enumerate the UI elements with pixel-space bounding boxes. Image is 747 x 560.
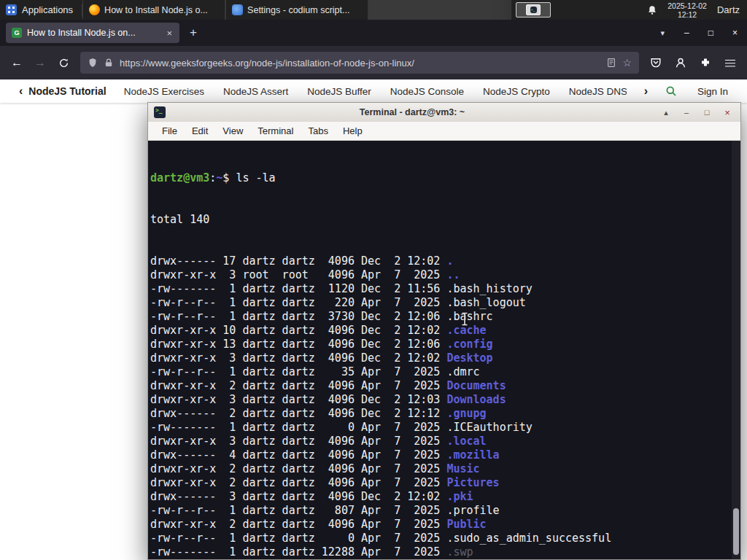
- list-all-tabs-icon[interactable]: ▾: [651, 28, 676, 38]
- file-name: Pictures: [446, 476, 499, 489]
- file-name: .profile: [446, 504, 499, 517]
- terminal-minimize-button[interactable]: –: [679, 108, 694, 117]
- terminal-menu-edit[interactable]: Edit: [185, 125, 215, 136]
- terminal-line: -rw-r--r-- 1 dartz dartz 0 Apr 7 2025 .s…: [150, 532, 740, 545]
- file-meta: drwxr-xr-x 10 dartz dartz 4096 Dec 2 12:…: [150, 324, 446, 337]
- site-nav-item-nodejs-buffer[interactable]: NodeJS Buffer: [307, 86, 371, 97]
- file-meta: -rw-r--r-- 1 dartz dartz 3730 Dec 2 12:0…: [150, 310, 446, 323]
- terminal-scrollbar-thumb[interactable]: [733, 508, 739, 555]
- site-nav-item-nodejs-assert[interactable]: NodeJS Assert: [223, 86, 288, 97]
- taskbar-item-label: Settings - codium script...: [247, 5, 349, 15]
- file-meta: -rw------- 1 dartz dartz 1120 Dec 2 11:5…: [150, 282, 446, 295]
- extensions-icon[interactable]: [694, 52, 716, 74]
- file-name: .pki: [446, 490, 473, 503]
- browser-close-button[interactable]: ×: [723, 28, 747, 38]
- site-nav-item-nodejs-dns[interactable]: NodeJS DNS: [569, 86, 627, 97]
- taskbar-item-terminal[interactable]: Terminal - dartz@vm3: ~: [368, 0, 511, 20]
- reload-button[interactable]: [53, 52, 74, 74]
- site-nav-primary[interactable]: ‹ NodeJS Tutorial: [19, 85, 107, 98]
- reader-view-icon[interactable]: [606, 58, 616, 68]
- terminal-maximize-button[interactable]: □: [700, 108, 714, 117]
- terminal-line: drwx------ 4 dartz dartz 4096 Apr 7 2025…: [150, 448, 740, 462]
- site-nav-items: NodeJS ExercisesNodeJS AssertNodeJS Buff…: [124, 86, 627, 97]
- file-name: .sudo_as_admin_successful: [446, 532, 611, 545]
- hamburger-icon: [725, 59, 735, 67]
- file-name: .bash_logout: [446, 296, 525, 309]
- sign-in-link[interactable]: Sign In: [697, 86, 728, 97]
- terminal-line: -rw------- 1 dartz dartz 0 Apr 7 2025 .I…: [150, 421, 740, 435]
- user-name[interactable]: Dartz: [717, 4, 740, 15]
- terminal-window: Terminal - dartz@vm3: ~ ▴ – □ × FileEdit…: [147, 102, 741, 560]
- terminal-shade-button[interactable]: ▴: [659, 108, 673, 117]
- back-button[interactable]: ←: [6, 52, 28, 74]
- tab-close-icon[interactable]: ×: [165, 28, 174, 39]
- site-search-icon[interactable]: [665, 85, 677, 97]
- terminal-menu-terminal[interactable]: Terminal: [250, 125, 301, 136]
- applications-label: Applications: [22, 4, 73, 15]
- account-icon[interactable]: [670, 52, 692, 74]
- site-nav-item-nodejs-exercises[interactable]: NodeJS Exercises: [124, 86, 204, 97]
- terminal-close-button[interactable]: ×: [720, 107, 735, 118]
- prompt-separator: :: [209, 171, 216, 184]
- file-name: Music: [446, 462, 479, 475]
- terminal-line: drwxr-xr-x 2 dartz dartz 4096 Apr 7 2025…: [150, 462, 740, 476]
- terminal-scrollbar[interactable]: [732, 141, 740, 559]
- terminal-line: -rw-r--r-- 1 dartz dartz 3730 Dec 2 12:0…: [150, 310, 740, 324]
- terminal-menu-file[interactable]: File: [155, 125, 185, 136]
- terminal-prompt-line: dartz@vm3:~$ ls -la: [150, 171, 740, 185]
- terminal-line: drwxr-xr-x 3 dartz dartz 4096 Apr 7 2025…: [150, 435, 740, 448]
- file-meta: -rw------- 1 dartz dartz 0 Apr 7 2025: [150, 421, 446, 434]
- file-meta: drwx------ 4 dartz dartz 4096 Apr 7 2025: [150, 448, 446, 462]
- applications-menu-button[interactable]: Applications: [0, 0, 82, 20]
- file-meta: drwxr-xr-x 13 dartz dartz 4096 Dec 2 12:…: [150, 338, 446, 351]
- site-nav-primary-label[interactable]: NodeJS Tutorial: [28, 85, 106, 97]
- file-meta: drwxr-xr-x 2 dartz dartz 4096 Apr 7 2025: [150, 462, 446, 475]
- file-name: .mozilla: [446, 448, 499, 462]
- tracking-shield-icon[interactable]: [88, 58, 98, 68]
- url-text[interactable]: https://www.geeksforgeeks.org/node-js/in…: [120, 58, 600, 69]
- site-nav-item-nodejs-crypto[interactable]: NodeJS Crypto: [483, 86, 550, 97]
- taskbar-item-label: How to Install Node.js o...: [104, 5, 208, 15]
- browser-tab[interactable]: G How to Install Node.js on... ×: [6, 23, 179, 43]
- new-tab-button[interactable]: +: [182, 26, 204, 40]
- terminal-mini-icon: [530, 7, 537, 13]
- terminal-output-area[interactable]: dartz@vm3:~$ ls -la total 140 drwx------…: [148, 141, 740, 559]
- browser-maximize-button[interactable]: □: [699, 28, 723, 38]
- lock-icon[interactable]: [104, 58, 114, 68]
- terminal-titlebar[interactable]: Terminal - dartz@vm3: ~ ▴ – □ ×: [148, 103, 740, 122]
- file-meta: -rw-r--r-- 1 dartz dartz 0 Apr 7 2025: [150, 532, 446, 545]
- file-name: Downloads: [446, 393, 506, 406]
- terminal-line: drwxr-xr-x 10 dartz dartz 4096 Dec 2 12:…: [150, 324, 740, 338]
- file-name: .local: [446, 435, 486, 448]
- file-name: Documents: [446, 379, 506, 392]
- taskbar-item-firefox[interactable]: How to Install Node.js o...: [82, 0, 225, 20]
- file-name: .swp: [446, 545, 473, 559]
- scroll-right-icon[interactable]: ›: [644, 85, 648, 98]
- bookmark-star-icon[interactable]: ☆: [622, 57, 632, 69]
- settings-icon: [232, 4, 243, 15]
- workspace-window-preview: [526, 4, 541, 15]
- file-name: Desktop: [446, 351, 492, 365]
- terminal-menu-tabs[interactable]: Tabs: [301, 125, 335, 136]
- terminal-menu-view[interactable]: View: [215, 125, 250, 136]
- file-name: ..: [446, 268, 460, 281]
- navigation-toolbar: ← → https://www.geeksforgeeks.org/node-j…: [0, 46, 747, 79]
- terminal-total-line: total 140: [150, 213, 740, 227]
- browser-minimize-button[interactable]: –: [675, 28, 699, 38]
- app-menu-icon[interactable]: [719, 52, 741, 74]
- terminal-line: -rw------- 1 dartz dartz 1120 Dec 2 11:5…: [150, 282, 740, 296]
- prompt-symbol: $: [222, 171, 236, 184]
- file-meta: drwxr-xr-x 3 dartz dartz 4096 Dec 2 12:0…: [150, 351, 446, 365]
- site-nav-item-nodejs-console[interactable]: NodeJS Console: [390, 86, 464, 97]
- notification-bell-icon[interactable]: [647, 5, 657, 15]
- url-bar[interactable]: https://www.geeksforgeeks.org/node-js/in…: [80, 52, 639, 74]
- file-meta: -rw-r--r-- 1 dartz dartz 35 Apr 7 2025: [150, 365, 446, 378]
- clock-date: 2025-12-02: [667, 1, 707, 10]
- clock[interactable]: 2025-12-02 12:12: [667, 1, 707, 19]
- terminal-menu-help[interactable]: Help: [336, 125, 370, 136]
- pocket-icon[interactable]: [645, 52, 667, 74]
- taskbar-item-settings[interactable]: Settings - codium script...: [225, 0, 368, 20]
- scroll-left-icon[interactable]: ‹: [19, 85, 23, 98]
- taskbar: How to Install Node.js o...Settings - co…: [82, 0, 511, 20]
- workspace-switcher[interactable]: [516, 2, 551, 18]
